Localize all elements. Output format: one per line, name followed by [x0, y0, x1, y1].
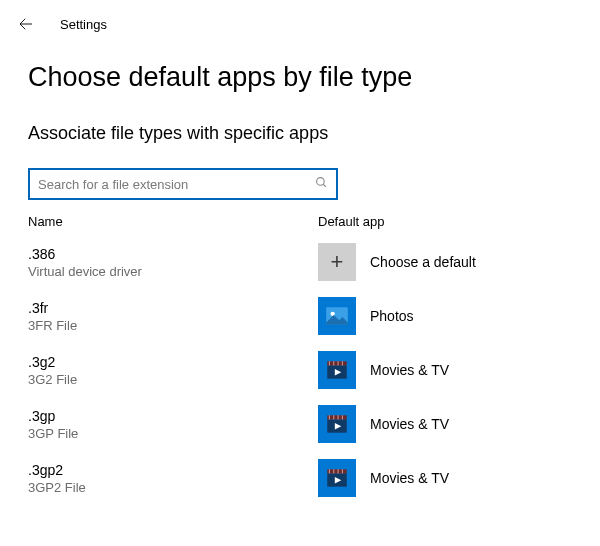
default-app-label: Movies & TV	[370, 416, 449, 432]
photos-app-icon	[318, 297, 356, 335]
default-app-button[interactable]: +Choose a default	[318, 243, 476, 281]
file-extension: .3gp2	[28, 462, 318, 478]
file-description: 3GP File	[28, 426, 318, 441]
search-icon	[315, 176, 328, 192]
file-type-row: .3gp3GP File Movies & TV	[0, 397, 600, 451]
default-app-button[interactable]: Movies & TV	[318, 459, 449, 497]
file-type-row: .3g23G2 File Movies & TV	[0, 343, 600, 397]
file-type-row: .386Virtual device driver+Choose a defau…	[0, 235, 600, 289]
search-box[interactable]	[28, 168, 338, 200]
section-title: Associate file types with specific apps	[0, 93, 600, 144]
file-type-row: .3fr3FR File Photos	[0, 289, 600, 343]
movies-app-icon	[318, 405, 356, 443]
plus-icon: +	[318, 243, 356, 281]
file-extension: .3gp	[28, 408, 318, 424]
default-app-label: Movies & TV	[370, 362, 449, 378]
file-extension: .386	[28, 246, 318, 262]
column-headers: Name Default app	[0, 200, 600, 235]
file-type-info: .386Virtual device driver	[28, 246, 318, 279]
file-description: Virtual device driver	[28, 264, 318, 279]
column-app: Default app	[318, 214, 385, 229]
file-extension: .3fr	[28, 300, 318, 316]
default-app-button[interactable]: Photos	[318, 297, 414, 335]
file-type-info: .3gp23GP2 File	[28, 462, 318, 495]
default-app-button[interactable]: Movies & TV	[318, 351, 449, 389]
file-type-info: .3fr3FR File	[28, 300, 318, 333]
column-name: Name	[28, 214, 318, 229]
movies-app-icon	[318, 459, 356, 497]
arrow-left-icon	[17, 15, 35, 33]
file-type-row: .3gp23GP2 File Movies & TV	[0, 451, 600, 505]
header-title: Settings	[60, 17, 107, 32]
default-app-button[interactable]: Movies & TV	[318, 405, 449, 443]
search-container	[0, 144, 600, 200]
svg-rect-17	[327, 469, 347, 473]
default-app-label: Photos	[370, 308, 414, 324]
file-type-info: .3g23G2 File	[28, 354, 318, 387]
svg-point-4	[331, 312, 335, 316]
file-description: 3FR File	[28, 318, 318, 333]
svg-line-2	[323, 184, 326, 187]
svg-rect-11	[327, 415, 347, 419]
file-description: 3G2 File	[28, 372, 318, 387]
default-app-label: Movies & TV	[370, 470, 449, 486]
file-type-info: .3gp3GP File	[28, 408, 318, 441]
header-bar: Settings	[0, 0, 600, 36]
svg-point-1	[317, 178, 325, 186]
file-extension: .3g2	[28, 354, 318, 370]
default-app-label: Choose a default	[370, 254, 476, 270]
search-input[interactable]	[38, 177, 315, 192]
page-title: Choose default apps by file type	[0, 36, 600, 93]
svg-rect-5	[327, 361, 347, 365]
file-type-list: .386Virtual device driver+Choose a defau…	[0, 235, 600, 505]
back-button[interactable]	[14, 12, 38, 36]
movies-app-icon	[318, 351, 356, 389]
file-description: 3GP2 File	[28, 480, 318, 495]
